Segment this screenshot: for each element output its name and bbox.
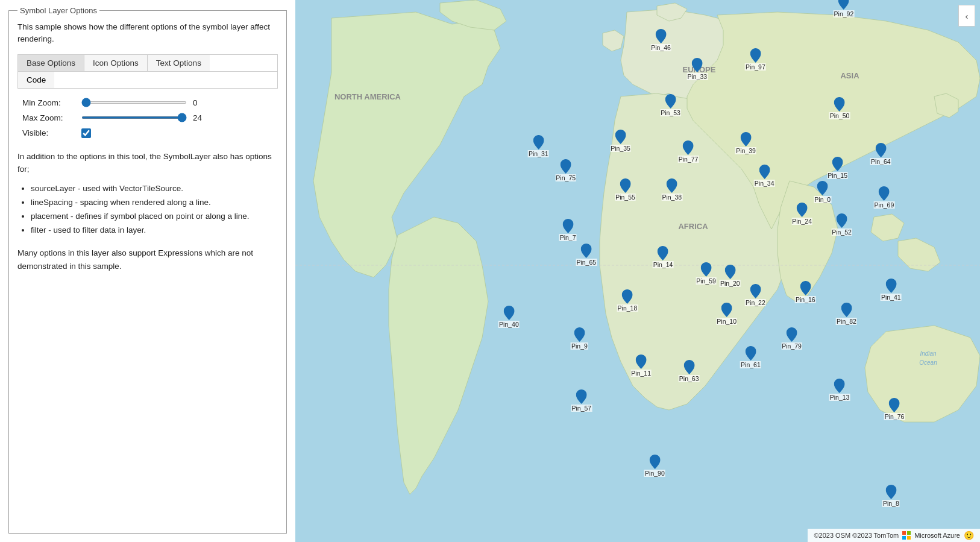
body-text-1: In addition to the options in this tool,…	[17, 150, 278, 176]
max-zoom-slider[interactable]	[81, 116, 187, 119]
bullet-list: sourceLayer - used with VectorTileSource…	[31, 182, 278, 238]
min-zoom-label: Min Zoom:	[22, 98, 75, 107]
azure-text: Microsoft Azure	[914, 532, 960, 539]
panel-legend-title: Symbol Layer Options	[17, 6, 99, 15]
tab-base-options[interactable]: Base Options	[18, 55, 84, 71]
smiley-icon: 🙂	[964, 531, 974, 540]
label-europe: EUROPE	[683, 65, 716, 74]
label-indian-ocean-2: Ocean	[919, 359, 937, 366]
label-indian-ocean: Indian	[920, 350, 937, 357]
map-background: NORTH AMERICA EUROPE AFRICA ASIA Indian …	[295, 0, 980, 542]
tab-icon-options[interactable]: Icon Options	[84, 55, 148, 71]
bullet-item-1: lineSpacing - spacing when rendered alon…	[31, 196, 278, 210]
min-zoom-slider[interactable]	[81, 101, 187, 104]
min-zoom-row: Min Zoom: 0	[22, 98, 278, 107]
visible-row: Visible:	[22, 128, 278, 138]
controls-section: Min Zoom: 0 Max Zoom: 24 Visible:	[17, 98, 278, 138]
max-zoom-label: Max Zoom:	[22, 113, 75, 122]
panel-fieldset: Symbol Layer Options This sample shows h…	[8, 6, 287, 534]
visible-checkbox[interactable]	[81, 128, 91, 138]
attribution-text: ©2023 OSM ©2023 TomTom	[814, 532, 899, 539]
tab-text-options[interactable]: Text Options	[148, 55, 210, 71]
bullet-item-0: sourceLayer - used with VectorTileSource…	[31, 182, 278, 196]
map-collapse-button[interactable]: ‹	[958, 5, 975, 27]
microsoft-logo	[902, 531, 911, 540]
body-text-2: Many options in this layer also support …	[17, 247, 278, 273]
tabs-row2: Code	[17, 71, 278, 89]
max-zoom-value: 24	[193, 113, 207, 122]
tab-code[interactable]: Code	[18, 72, 54, 88]
collapse-icon: ‹	[966, 11, 969, 21]
visible-label: Visible:	[22, 128, 75, 137]
bullet-item-2: placement - defines if symbol placed on …	[31, 210, 278, 224]
panel-description: This sample shows how the different opti…	[17, 21, 278, 46]
tabs-row: Base Options Icon Options Text Options	[17, 54, 278, 71]
min-zoom-value: 0	[193, 98, 207, 107]
map-attribution: ©2023 OSM ©2023 TomTom Microsoft Azure 🙂	[808, 529, 980, 542]
label-asia: ASIA	[840, 71, 859, 80]
left-panel: Symbol Layer Options This sample shows h…	[0, 0, 295, 542]
label-africa: AFRICA	[678, 222, 708, 231]
bullet-item-3: filter - used to filter data in layer.	[31, 224, 278, 238]
map-area[interactable]: NORTH AMERICA EUROPE AFRICA ASIA Indian …	[295, 0, 980, 542]
label-north-america: NORTH AMERICA	[335, 92, 401, 101]
max-zoom-row: Max Zoom: 24	[22, 113, 278, 122]
